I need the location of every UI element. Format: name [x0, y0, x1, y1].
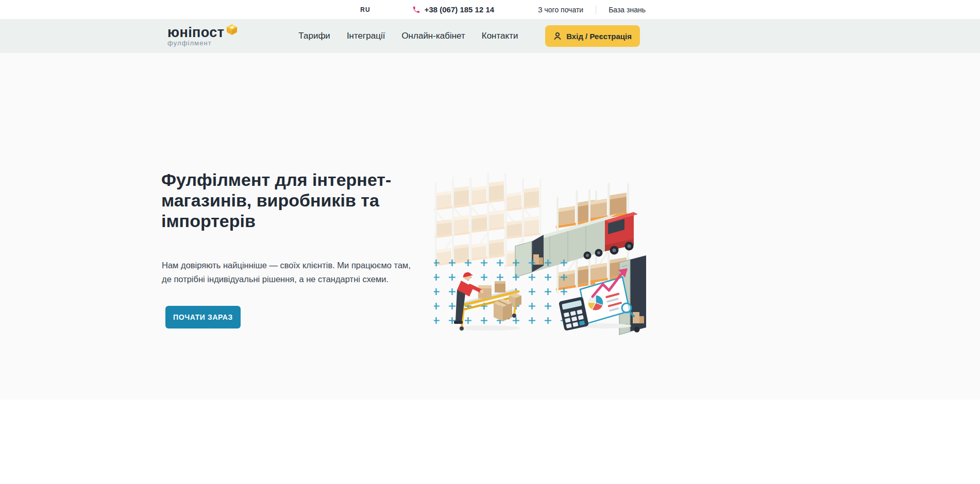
hero-description: Нам довіряють найцінніше — своїх клієнті…	[162, 258, 422, 286]
nav-link-integrations[interactable]: Інтеграції	[347, 31, 385, 41]
topbar-link-getting-started[interactable]: З чого почати	[538, 6, 583, 14]
page-title: Фулфілмент для інтернет-магазинів, вироб…	[161, 169, 440, 231]
nav-link-online-cabinet[interactable]: Онлайн-кабінет	[401, 31, 465, 41]
nav-link-contacts[interactable]: Контакти	[482, 31, 518, 41]
logo[interactable]: юніпост фулфілмент	[167, 26, 238, 47]
start-now-button[interactable]: ПОЧАТИ ЗАРАЗ	[165, 306, 241, 329]
phone-link[interactable]: +38 (067) 185 12 14	[412, 5, 495, 14]
logo-tagline: фулфілмент	[167, 39, 238, 47]
phone-icon	[412, 6, 420, 14]
logo-cube-icon	[226, 24, 238, 35]
phone-number: +38 (067) 185 12 14	[425, 5, 495, 14]
language-switcher[interactable]: RU	[360, 6, 370, 13]
topbar: RU +38 (067) 185 12 14 З чого почати Баз…	[0, 0, 980, 19]
logo-text: юніпост	[167, 26, 224, 39]
login-register-button[interactable]: Вхід / Реєстрація	[545, 25, 640, 47]
header: юніпост фулфілмент Тарифи Інтеграції Онл…	[0, 19, 980, 53]
nav-link-tariffs[interactable]: Тарифи	[298, 31, 330, 41]
topbar-link-knowledge-base[interactable]: База знань	[609, 6, 646, 14]
hero-section: Фулфілмент для інтернет-магазинів, вироб…	[0, 53, 980, 400]
login-register-label: Вхід / Реєстрація	[566, 32, 632, 41]
user-icon	[553, 32, 562, 40]
hero-illustration	[433, 173, 649, 335]
topbar-divider	[596, 5, 596, 14]
main-nav: Тарифи Інтеграції Онлайн-кабінет Контакт…	[298, 31, 518, 41]
